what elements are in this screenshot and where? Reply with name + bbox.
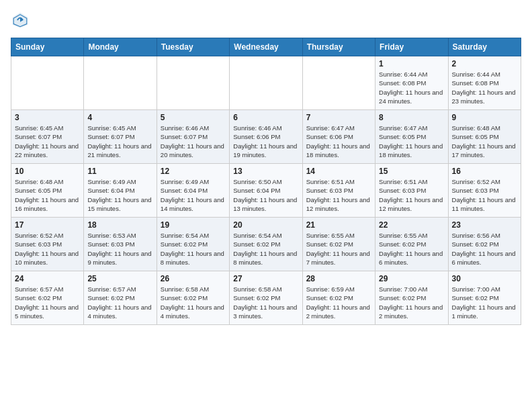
day-info: Sunrise: 6:59 AM Sunset: 6:02 PM Dayligh… (306, 285, 371, 320)
column-header-friday: Friday (375, 38, 448, 56)
calendar: SundayMondayTuesdayWednesdayThursdayFrid… (11, 38, 521, 325)
day-number: 23 (452, 220, 517, 230)
day-info: Sunrise: 6:54 AM Sunset: 6:02 PM Dayligh… (233, 231, 298, 267)
calendar-cell: 23Sunrise: 6:56 AM Sunset: 6:02 PM Dayli… (448, 218, 521, 271)
day-info: Sunrise: 6:45 AM Sunset: 6:07 PM Dayligh… (15, 124, 80, 159)
day-info: Sunrise: 6:58 AM Sunset: 6:02 PM Dayligh… (233, 285, 298, 320)
header (11, 11, 521, 30)
day-number: 18 (87, 220, 152, 230)
calendar-cell: 1Sunrise: 6:44 AM Sunset: 6:08 PM Daylig… (375, 56, 448, 110)
day-number: 22 (379, 220, 444, 230)
day-info: Sunrise: 6:49 AM Sunset: 6:04 PM Dayligh… (161, 177, 226, 213)
day-info: Sunrise: 6:49 AM Sunset: 6:04 PM Dayligh… (87, 177, 152, 213)
week-row-1: 1Sunrise: 6:44 AM Sunset: 6:08 PM Daylig… (11, 56, 521, 110)
calendar-cell: 24Sunrise: 6:57 AM Sunset: 6:02 PM Dayli… (11, 271, 84, 325)
day-number: 15 (379, 167, 444, 176)
day-number: 1 (379, 59, 444, 68)
day-number: 17 (15, 220, 80, 230)
column-header-thursday: Thursday (302, 38, 375, 56)
calendar-cell: 9Sunrise: 6:48 AM Sunset: 6:05 PM Daylig… (448, 110, 521, 164)
day-info: Sunrise: 6:47 AM Sunset: 6:06 PM Dayligh… (306, 124, 371, 159)
day-info: Sunrise: 7:00 AM Sunset: 6:02 PM Dayligh… (452, 285, 517, 320)
calendar-cell: 22Sunrise: 6:55 AM Sunset: 6:02 PM Dayli… (375, 218, 448, 271)
day-number: 10 (15, 167, 80, 176)
day-info: Sunrise: 6:54 AM Sunset: 6:02 PM Dayligh… (161, 231, 226, 267)
day-number: 12 (161, 167, 226, 176)
calendar-cell: 2Sunrise: 6:44 AM Sunset: 6:08 PM Daylig… (448, 56, 521, 110)
day-info: Sunrise: 6:51 AM Sunset: 6:03 PM Dayligh… (379, 177, 444, 213)
day-info: Sunrise: 6:55 AM Sunset: 6:02 PM Dayligh… (379, 231, 444, 267)
day-info: Sunrise: 6:57 AM Sunset: 6:02 PM Dayligh… (87, 285, 152, 320)
column-header-saturday: Saturday (448, 38, 521, 56)
calendar-cell: 25Sunrise: 6:57 AM Sunset: 6:02 PM Dayli… (84, 271, 157, 325)
column-header-monday: Monday (84, 38, 157, 56)
day-number: 9 (452, 113, 517, 122)
calendar-cell: 20Sunrise: 6:54 AM Sunset: 6:02 PM Dayli… (230, 218, 302, 271)
calendar-header: SundayMondayTuesdayWednesdayThursdayFrid… (11, 38, 521, 56)
calendar-cell: 19Sunrise: 6:54 AM Sunset: 6:02 PM Dayli… (157, 218, 229, 271)
day-info: Sunrise: 6:51 AM Sunset: 6:03 PM Dayligh… (306, 177, 371, 213)
calendar-cell: 13Sunrise: 6:50 AM Sunset: 6:04 PM Dayli… (230, 164, 302, 218)
calendar-cell: 11Sunrise: 6:49 AM Sunset: 6:04 PM Dayli… (84, 164, 157, 218)
day-info: Sunrise: 6:55 AM Sunset: 6:02 PM Dayligh… (306, 231, 371, 267)
day-number: 6 (233, 113, 298, 122)
day-number: 3 (15, 113, 80, 122)
calendar-cell: 30Sunrise: 7:00 AM Sunset: 6:02 PM Dayli… (448, 271, 521, 325)
day-number: 27 (233, 274, 298, 283)
day-number: 21 (306, 220, 371, 230)
calendar-cell: 10Sunrise: 6:48 AM Sunset: 6:05 PM Dayli… (11, 164, 84, 218)
calendar-cell: 7Sunrise: 6:47 AM Sunset: 6:06 PM Daylig… (302, 110, 375, 164)
day-info: Sunrise: 6:46 AM Sunset: 6:07 PM Dayligh… (161, 124, 226, 159)
day-info: Sunrise: 6:44 AM Sunset: 6:08 PM Dayligh… (452, 70, 517, 105)
day-info: Sunrise: 6:48 AM Sunset: 6:05 PM Dayligh… (15, 177, 80, 213)
day-number: 19 (161, 220, 226, 230)
calendar-cell: 5Sunrise: 6:46 AM Sunset: 6:07 PM Daylig… (157, 110, 229, 164)
calendar-cell: 16Sunrise: 6:52 AM Sunset: 6:03 PM Dayli… (448, 164, 521, 218)
day-info: Sunrise: 6:47 AM Sunset: 6:05 PM Dayligh… (379, 124, 444, 159)
calendar-cell: 29Sunrise: 7:00 AM Sunset: 6:02 PM Dayli… (375, 271, 448, 325)
logo (11, 11, 32, 30)
calendar-cell (302, 56, 375, 110)
calendar-cell: 14Sunrise: 6:51 AM Sunset: 6:03 PM Dayli… (302, 164, 375, 218)
day-number: 13 (233, 167, 298, 176)
calendar-cell: 21Sunrise: 6:55 AM Sunset: 6:02 PM Dayli… (302, 218, 375, 271)
day-number: 29 (379, 274, 444, 283)
day-info: Sunrise: 6:50 AM Sunset: 6:04 PM Dayligh… (233, 177, 298, 213)
day-number: 28 (306, 274, 371, 283)
day-number: 5 (161, 113, 226, 122)
week-row-4: 17Sunrise: 6:52 AM Sunset: 6:03 PM Dayli… (11, 218, 521, 271)
day-number: 2 (452, 59, 517, 68)
day-info: Sunrise: 7:00 AM Sunset: 6:02 PM Dayligh… (379, 285, 444, 320)
calendar-cell: 17Sunrise: 6:52 AM Sunset: 6:03 PM Dayli… (11, 218, 84, 271)
day-number: 7 (306, 113, 371, 122)
logo-icon (11, 11, 30, 30)
day-number: 30 (452, 274, 517, 283)
calendar-cell (230, 56, 302, 110)
calendar-cell: 15Sunrise: 6:51 AM Sunset: 6:03 PM Dayli… (375, 164, 448, 218)
calendar-cell: 28Sunrise: 6:59 AM Sunset: 6:02 PM Dayli… (302, 271, 375, 325)
calendar-cell: 26Sunrise: 6:58 AM Sunset: 6:02 PM Dayli… (157, 271, 229, 325)
day-info: Sunrise: 6:56 AM Sunset: 6:02 PM Dayligh… (452, 231, 517, 267)
day-info: Sunrise: 6:53 AM Sunset: 6:03 PM Dayligh… (87, 231, 152, 267)
day-info: Sunrise: 6:46 AM Sunset: 6:06 PM Dayligh… (233, 124, 298, 159)
day-info: Sunrise: 6:58 AM Sunset: 6:02 PM Dayligh… (161, 285, 226, 320)
day-number: 20 (233, 220, 298, 230)
day-number: 14 (306, 167, 371, 176)
day-info: Sunrise: 6:52 AM Sunset: 6:03 PM Dayligh… (452, 177, 517, 213)
day-number: 24 (15, 274, 80, 283)
calendar-cell: 4Sunrise: 6:45 AM Sunset: 6:07 PM Daylig… (84, 110, 157, 164)
calendar-cell: 27Sunrise: 6:58 AM Sunset: 6:02 PM Dayli… (230, 271, 302, 325)
calendar-cell: 8Sunrise: 6:47 AM Sunset: 6:05 PM Daylig… (375, 110, 448, 164)
calendar-cell (84, 56, 157, 110)
day-number: 25 (87, 274, 152, 283)
day-number: 4 (87, 113, 152, 122)
calendar-body: 1Sunrise: 6:44 AM Sunset: 6:08 PM Daylig… (11, 56, 521, 325)
calendar-cell: 18Sunrise: 6:53 AM Sunset: 6:03 PM Dayli… (84, 218, 157, 271)
calendar-cell: 6Sunrise: 6:46 AM Sunset: 6:06 PM Daylig… (230, 110, 302, 164)
calendar-cell: 3Sunrise: 6:45 AM Sunset: 6:07 PM Daylig… (11, 110, 84, 164)
week-row-3: 10Sunrise: 6:48 AM Sunset: 6:05 PM Dayli… (11, 164, 521, 218)
header-row: SundayMondayTuesdayWednesdayThursdayFrid… (11, 38, 521, 56)
day-number: 26 (161, 274, 226, 283)
day-number: 16 (452, 167, 517, 176)
calendar-cell: 12Sunrise: 6:49 AM Sunset: 6:04 PM Dayli… (157, 164, 229, 218)
